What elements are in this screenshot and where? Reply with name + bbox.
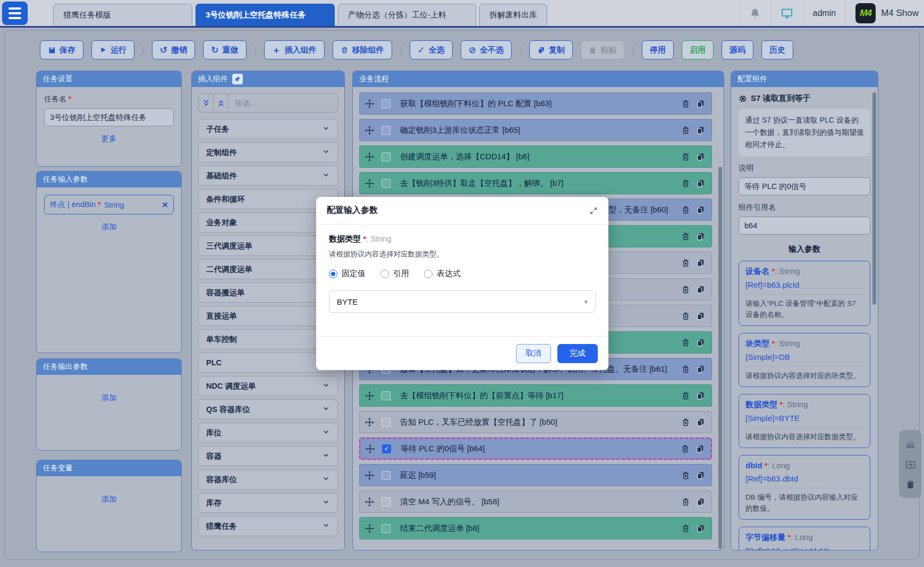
run-button[interactable]: 运行 [91,40,134,59]
delete-row-icon[interactable] [681,285,690,294]
task-tab[interactable]: 产物分选（分拣）工位-上料 [338,4,476,26]
collapse-all-icon[interactable] [214,94,228,112]
drag-handle-icon[interactable] [365,497,374,506]
component-group[interactable]: 容器库位 [198,469,338,489]
delete-row-icon[interactable] [681,152,690,161]
undo-button[interactable]: ↺撤销 [152,40,195,59]
username[interactable]: admin [813,8,836,18]
param-card[interactable]: 字节偏移量Long [Ref]=b63.m4ReadAddr 字节偏移量，可以理… [739,527,870,551]
component-group[interactable]: 定制组件 [198,142,338,162]
workflow-row[interactable]: 等待 PLC 的0信号 [b64] [359,437,712,460]
row-checkbox[interactable] [382,444,391,453]
task-input-param[interactable]: 终点 | endBin String [44,195,174,214]
duplicate-row-icon[interactable] [696,259,705,268]
duplicate-row-icon[interactable] [696,391,705,400]
workflow-row[interactable]: 清空 M4 写入的信号。 [b58] [359,491,712,513]
delete-row-icon[interactable] [681,524,690,533]
deselect-all-button[interactable]: ⊘全不选 [461,40,512,59]
duplicate-row-icon[interactable] [696,152,705,161]
monitor-activity-icon[interactable] [905,459,916,470]
component-group[interactable]: QS 容器库位 [198,399,338,419]
row-checkbox[interactable] [382,497,391,506]
source-code-button[interactable]: 源码 [722,40,753,59]
duplicate-row-icon[interactable] [696,205,705,214]
close-icon[interactable] [162,200,168,210]
confirm-button[interactable]: 完成 [557,344,598,363]
drag-handle-icon[interactable] [365,152,374,161]
component-group[interactable]: 库存 [198,493,338,513]
delete-row-icon[interactable] [681,179,690,188]
clipboard-icon[interactable] [905,479,915,489]
history-button[interactable]: 历史 [761,40,793,59]
delete-row-icon[interactable] [681,312,690,321]
row-checkbox[interactable] [382,418,391,427]
row-checkbox[interactable] [382,471,391,480]
drag-handle-icon[interactable] [365,471,374,480]
duplicate-row-icon[interactable] [696,524,705,533]
expand-icon[interactable] [589,207,598,215]
task-tab[interactable]: 猎鹰任务模版 [53,4,192,26]
drag-handle-icon[interactable] [365,126,374,135]
remove-component-button[interactable]: 移除组件 [333,40,392,59]
drag-handle-icon[interactable] [365,391,374,400]
component-group[interactable]: 子任务 [198,119,338,139]
config-scrollbar[interactable] [872,92,876,305]
component-filter-input[interactable] [228,94,337,112]
add-input-param-link[interactable]: 添加 [44,222,174,232]
duplicate-row-icon[interactable] [696,99,705,108]
task-name-input[interactable] [44,108,174,126]
delete-row-icon[interactable] [681,232,690,241]
workflow-scrollbar[interactable] [718,167,722,549]
row-checkbox[interactable] [382,391,391,400]
delete-row-icon[interactable] [681,338,690,347]
workflow-row[interactable]: 获取【模组铣削下料位】的 PLC 配置 [b63] [359,92,712,115]
save-button[interactable]: 保存 [40,40,83,59]
param-card[interactable]: dbIdLong [Ref]=b63.dbId DB 编号，请根据协议内容输入对… [739,455,870,520]
row-checkbox[interactable] [382,179,391,188]
workflow-row[interactable]: 去【铣削3特供】取走【空托盘】，解绑。 [b7] [359,172,712,194]
drag-handle-icon[interactable] [365,99,374,108]
component-group[interactable]: 基础组件 [198,166,338,186]
duplicate-row-icon[interactable] [696,179,705,188]
delete-row-icon[interactable] [681,205,690,214]
component-group[interactable]: 容器 [198,446,338,466]
delete-row-icon[interactable] [681,391,690,400]
duplicate-row-icon[interactable] [696,338,705,347]
delete-row-icon[interactable] [681,365,690,374]
duplicate-row-icon[interactable] [696,232,705,241]
notifications-bell-icon[interactable] [749,7,761,19]
radio-expression[interactable]: 表达式 [424,269,461,279]
duplicate-row-icon[interactable] [696,444,705,453]
more-link[interactable]: 更多 [44,134,174,144]
drag-handle-icon[interactable] [365,418,374,427]
disable-button[interactable]: 停用 [642,40,674,59]
param-card[interactable]: 块类型String [Simple]=DB 请根据协议内容选择对应的块类型。 [739,333,870,387]
duplicate-row-icon[interactable] [696,126,705,135]
ref-name-input[interactable] [739,217,870,235]
workflow-row[interactable]: 确定铣削3上游库位状态正常 [b65] [359,119,712,141]
duplicate-row-icon[interactable] [696,312,705,321]
select-all-button[interactable]: ✓全选 [410,40,453,59]
row-checkbox[interactable] [382,126,391,135]
radio-fixed-value[interactable]: 固定值 [329,269,366,279]
pin-icon[interactable] [232,74,243,84]
redo-button[interactable]: ↻重做 [203,40,246,59]
row-checkbox[interactable] [382,524,391,533]
cancel-button[interactable]: 取消 [516,344,551,363]
paste-button[interactable]: 粘贴 [581,40,624,59]
workflow-row[interactable]: 延迟 [b59] [359,464,712,486]
hamburger-menu-button[interactable] [2,2,28,25]
delete-row-icon[interactable] [681,259,690,268]
enable-button[interactable]: 启用 [682,40,714,59]
add-variable-link[interactable]: 添加 [44,494,174,504]
alarm-icon[interactable] [905,439,916,450]
workflow-row[interactable]: 去【模组铣削下料位】的【前置点】等待 [b17] [359,384,712,407]
duplicate-row-icon[interactable] [696,418,705,427]
workflow-row[interactable]: 结束二代调度运单 [b8] [359,517,712,539]
note-input[interactable] [739,177,870,195]
delete-row-icon[interactable] [681,444,690,453]
delete-row-icon[interactable] [681,126,690,135]
component-group[interactable]: 库位 [198,423,338,443]
delete-row-icon[interactable] [681,471,690,480]
duplicate-row-icon[interactable] [696,471,705,480]
